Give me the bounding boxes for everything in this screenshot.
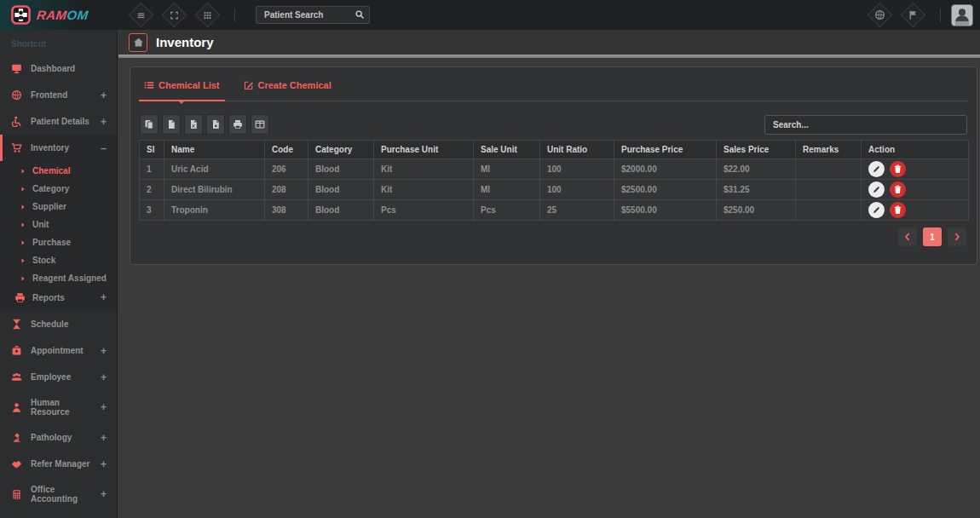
brand-logo[interactable]: RAMOM	[0, 0, 118, 30]
column-header-name[interactable]: Name	[164, 141, 265, 159]
page-header: Inventory	[118, 30, 980, 55]
language-button[interactable]	[868, 3, 893, 28]
sidebar-item-employee[interactable]: Employee+	[0, 364, 117, 390]
sidebar-subitem-reports[interactable]: Reports+	[0, 287, 117, 308]
expand-toggle[interactable]: +	[101, 347, 107, 355]
sidebar-item-patient-details[interactable]: Patient Details+	[0, 108, 117, 135]
expand-toggle[interactable]: +	[101, 91, 107, 100]
sidebar-subitem-reagent-assigned[interactable]: Reagent Assigned	[0, 269, 117, 287]
trash-icon	[893, 205, 902, 215]
cell-sale-unit: Ml	[474, 159, 540, 180]
medical-bag-icon	[11, 345, 23, 356]
sidebar-subitem-chemical[interactable]: Chemical	[0, 162, 117, 180]
edit-button[interactable]	[868, 181, 885, 198]
sidebar-item-human-resource[interactable]: Human Resource+	[0, 390, 117, 424]
fullscreen-button[interactable]	[162, 3, 187, 28]
sidebar-item-refer-manager[interactable]: Refer Manager+	[0, 451, 117, 477]
column-header-purchase-price[interactable]: Purchase Price	[614, 141, 717, 159]
export-print-button[interactable]	[228, 114, 247, 135]
edit-button[interactable]	[868, 161, 885, 177]
cell-purchase-unit: Pcs	[374, 200, 474, 221]
expand-toggle[interactable]: +	[101, 403, 107, 412]
apps-button[interactable]	[195, 3, 221, 28]
cell-category: Blood	[308, 200, 374, 221]
expand-toggle[interactable]: +	[101, 460, 107, 469]
export-pdf-button[interactable]	[206, 114, 225, 135]
calculator-icon	[11, 489, 23, 500]
pagination-page-1-button[interactable]: 1	[923, 227, 942, 246]
sidebar-item-frontend[interactable]: Frontend+	[0, 82, 117, 108]
table-search-input[interactable]	[764, 115, 967, 135]
sidebar-item-office-accounting[interactable]: Office Accounting+	[0, 477, 117, 511]
cell-sale-unit: Ml	[474, 180, 540, 200]
cell-purchase-unit: Kit	[374, 180, 474, 200]
export-csv-button[interactable]	[162, 114, 181, 135]
column-header-code[interactable]: Code	[265, 141, 308, 159]
sidebar-item-schedule[interactable]: Schedule	[0, 311, 117, 337]
table-header-row: SlNameCodeCategoryPurchase UnitSale Unit…	[140, 141, 969, 159]
expand-toggle[interactable]: –	[101, 144, 107, 153]
sidebar-submenu-inventory: ChemicalCategorySupplierUnitPurchaseStoc…	[0, 161, 117, 311]
fullscreen-icon	[170, 10, 180, 20]
header-divider	[118, 55, 980, 58]
cell-unit-ratio: 25	[540, 200, 614, 221]
export-excel-button[interactable]	[184, 114, 203, 135]
export-columns-button[interactable]	[251, 114, 269, 135]
column-header-sl[interactable]: Sl	[140, 141, 164, 159]
sidebar-item-label: Schedule	[31, 319, 68, 329]
delete-button[interactable]	[890, 181, 906, 198]
column-header-unit-ratio[interactable]: Unit Ratio	[540, 141, 614, 159]
sidebar-subitem-label: Purchase	[32, 238, 71, 247]
chemical-list-card: Chemical ListCreate Chemical SlNameCodeC…	[130, 66, 977, 265]
expand-toggle[interactable]: +	[101, 373, 107, 382]
pagination-next-button[interactable]	[948, 227, 966, 246]
column-header-action[interactable]: Action	[862, 141, 969, 159]
cell-purchase-unit: Kit	[374, 159, 474, 180]
tab-create-chemical[interactable]: Create Chemical	[244, 80, 331, 101]
cell-name: Troponin	[164, 200, 265, 221]
notifications-button[interactable]	[901, 3, 926, 28]
column-header-remarks[interactable]: Remarks	[796, 141, 862, 159]
sidebar-item-inventory[interactable]: Inventory–	[0, 135, 117, 161]
sidebar-subitem-label: Stock	[32, 256, 55, 265]
home-button[interactable]	[129, 33, 147, 52]
expand-toggle[interactable]: +	[101, 291, 107, 303]
export-copy-button[interactable]	[140, 114, 159, 135]
cell-code: 308	[265, 200, 308, 221]
sidebar-toggle-button[interactable]	[129, 3, 154, 28]
expand-toggle[interactable]: +	[101, 490, 107, 498]
sidebar-item-pathology-billing[interactable]: Pathology Billing+	[0, 511, 117, 518]
sidebar-item-appointment[interactable]: Appointment+	[0, 337, 117, 364]
caret-right-icon	[20, 204, 26, 210]
edit-button[interactable]	[868, 202, 885, 218]
table-row: 3Troponin308BloodPcsPcs25$5500.00$250.00	[140, 200, 969, 221]
user-avatar[interactable]	[951, 4, 973, 26]
sidebar-subitem-supplier[interactable]: Supplier	[0, 198, 117, 216]
cell-purchase-price: $5500.00	[614, 200, 717, 221]
tab-chemical-list[interactable]: Chemical List	[144, 80, 220, 101]
avatar-person-icon	[952, 5, 972, 26]
delete-button[interactable]	[890, 202, 906, 218]
sidebar-subitem-unit[interactable]: Unit	[0, 216, 117, 233]
people-icon	[11, 371, 23, 383]
sidebar-item-label: Employee	[31, 372, 71, 382]
sidebar-item-dashboard[interactable]: Dashboard	[0, 55, 117, 82]
sidebar-item-pathology[interactable]: Pathology+	[0, 424, 117, 451]
expand-toggle[interactable]: +	[101, 118, 107, 126]
sidebar-subitem-purchase[interactable]: Purchase	[0, 233, 117, 251]
pagination-prev-button[interactable]	[898, 227, 917, 246]
cell-code: 206	[265, 159, 308, 180]
sidebar-subitem-category[interactable]: Category	[0, 180, 117, 198]
sidebar-subitem-label: Supplier	[32, 202, 66, 211]
delete-button[interactable]	[890, 161, 906, 177]
brand-medical-cross-icon	[11, 5, 31, 25]
column-header-sale-unit[interactable]: Sale Unit	[474, 141, 540, 159]
column-header-category[interactable]: Category	[308, 141, 374, 159]
expand-toggle[interactable]: +	[101, 434, 107, 442]
patient-search-input[interactable]	[256, 6, 370, 24]
column-header-purchase-unit[interactable]: Purchase Unit	[374, 141, 474, 159]
column-header-sales-price[interactable]: Sales Price	[717, 141, 796, 159]
sidebar-subitem-stock[interactable]: Stock	[0, 251, 117, 269]
cell-purchase-price: $2500.00	[614, 180, 717, 200]
cell-action	[862, 180, 969, 200]
